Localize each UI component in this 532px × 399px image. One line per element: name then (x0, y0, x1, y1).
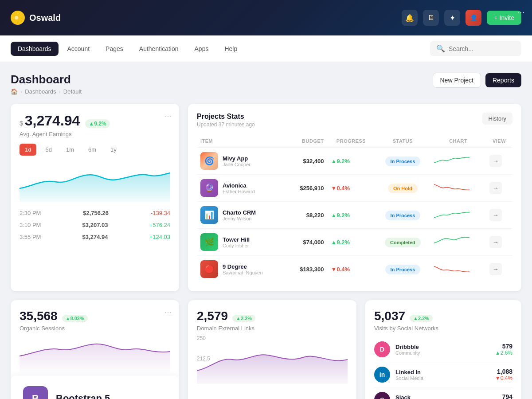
earnings-amount: 3,274.94 (25, 113, 80, 129)
earnings-chart (20, 162, 170, 202)
project-thumb-avionica: 🔮 (200, 179, 218, 197)
time-filters: 1d 5d 1m 6m 1y (20, 144, 170, 156)
page-title: Dashboard (11, 73, 82, 86)
status-badge: Completed (385, 238, 421, 247)
status-badge: In Process (385, 265, 421, 274)
project-item-avionica: 🔮 Avionica Esther Howard (200, 179, 283, 197)
project-item-charto: 📊 Charto CRM Jenny Wilson (200, 206, 283, 224)
nav-item-pages[interactable]: Pages (98, 42, 130, 56)
project-item-mivy: 🌀 Mivy App Jane Cooper (200, 152, 283, 170)
project-thumb-9degree: 🔴 (200, 260, 218, 278)
nav-item-authentication[interactable]: Authentication (132, 42, 186, 56)
logo-text: Oswald (29, 13, 61, 23)
domain-chart (197, 340, 348, 375)
organic-sessions-card: ⋯ 35,568 ▲8.02% Organic Sessions (11, 300, 179, 399)
home-icon: 🏠 (11, 88, 18, 95)
logo-icon (11, 11, 25, 25)
projects-title: Projects Stats (197, 113, 255, 121)
social-label: Visits by Social Networks (374, 325, 512, 332)
view-btn-tower[interactable]: → (489, 236, 502, 248)
data-row-3: 3:55 PM $3,274.94 +124.03 (20, 231, 170, 243)
history-button[interactable]: History (482, 113, 512, 125)
social-items: D Dribbble Community 579 ▲2.6% in (374, 337, 512, 399)
sparkline-charto (434, 208, 469, 221)
bootstrap-overlay: B Bootstrap 5 (11, 376, 179, 399)
status-badge: In Process (385, 211, 421, 220)
data-row-1: 2:30 PM $2,756.26 -139.34 (20, 207, 170, 219)
nav-item-account[interactable]: Account (60, 42, 97, 56)
linkedin-icon: in (374, 367, 390, 383)
earnings-badge: ▲9.2% (85, 119, 110, 128)
bootstrap-icon: B (23, 386, 48, 399)
nav-item-apps[interactable]: Apps (188, 42, 216, 56)
cards-row-1: ⋯ $ 3,274.94 ▲9.2% Avg. Agent Earnings 1… (11, 104, 521, 291)
search-bar: 🔍 (430, 41, 521, 56)
project-thumb-charto: 📊 (200, 206, 218, 224)
breadcrumb: 🏠 › Dashboards › Default (11, 88, 82, 95)
col-item: ITEM (197, 135, 287, 148)
time-btn-6m[interactable]: 6m (83, 144, 102, 156)
search-input[interactable] (449, 45, 515, 52)
project-item-tower: 🌿 Tower Hill Cody Fisher (200, 233, 283, 251)
domain-number: 2,579 (197, 309, 228, 323)
organic-badge: ▲8.02% (62, 315, 88, 322)
view-btn-charto[interactable]: → (489, 209, 502, 221)
dribbble-icon: D (374, 341, 390, 357)
search-icon: 🔍 (436, 44, 445, 53)
social-badge: ▲2.2% (410, 315, 433, 322)
view-btn-mivy[interactable]: → (489, 155, 502, 167)
table-row: 📊 Charto CRM Jenny Wilson $8,220 ▲9.2% I… (197, 202, 512, 229)
project-thumb-tower: 🌿 (200, 233, 218, 251)
sparkline-9degree (434, 262, 469, 275)
view-btn-9degree[interactable]: → (489, 263, 502, 275)
page-title-area: Dashboard 🏠 › Dashboards › Default (11, 73, 82, 95)
data-row-2: 3:10 PM $3,207.03 +576.24 (20, 219, 170, 231)
header-actions: 🔔 🖥 ✦ 👤 + Invite (402, 10, 521, 26)
social-networks-card: ⋯ 5,037 ▲2.2% Visits by Social Networks … (365, 300, 521, 399)
sparkline-mivy (434, 154, 469, 167)
organic-label: Organic Sessions (20, 325, 170, 332)
bottom-row: ⋯ 35,568 ▲8.02% Organic Sessions (11, 300, 521, 399)
col-budget: BUDGET (287, 135, 327, 148)
time-btn-1d[interactable]: 1d (20, 144, 36, 156)
nav-item-help[interactable]: Help (217, 42, 244, 56)
sparkline-tower (434, 235, 469, 248)
organic-card-menu[interactable]: ⋯ (164, 307, 172, 317)
time-btn-1y[interactable]: 1y (105, 144, 122, 156)
social-item-slack: S Slack Community 794 ▲0.2% (374, 387, 512, 399)
domain-label: Domain External Links (197, 325, 348, 332)
view-btn-avionica[interactable]: → (489, 182, 502, 194)
table-row: 🔮 Avionica Esther Howard $256,910 ▼0.4% … (197, 175, 512, 202)
notifications-icon[interactable]: 🔔 (402, 10, 418, 26)
earnings-card: ⋯ $ 3,274.94 ▲9.2% Avg. Agent Earnings 1… (11, 104, 179, 291)
time-btn-1m[interactable]: 1m (61, 144, 79, 156)
new-project-button[interactable]: New Project (433, 73, 481, 88)
logo-area: Oswald (11, 11, 402, 25)
reports-button[interactable]: Reports (485, 73, 521, 87)
projects-updated: Updated 37 minutes ago (197, 121, 255, 128)
page-header-actions: New Project Reports (433, 73, 522, 88)
sparkline-avionica (434, 181, 469, 194)
top-header: Oswald 🔔 🖥 ✦ 👤 + Invite (0, 0, 532, 35)
table-row: 🌀 Mivy App Jane Cooper $32,400 ▲9.2% In … (197, 148, 512, 175)
social-number: 5,037 (374, 309, 405, 323)
card-menu-icon[interactable]: ⋯ (164, 111, 172, 121)
projects-table: ITEM BUDGET PROGRESS STATUS CHART VIEW 🌀 (197, 135, 512, 282)
bootstrap-title: Bootstrap 5 (56, 393, 110, 399)
project-item-9degree: 🔴 9 Degree Savannah Nguyen (200, 260, 283, 278)
earnings-label: Avg. Agent Earnings (20, 131, 170, 137)
domain-links-card: ⋯ 2,579 ▲2.2% Domain External Links 250 … (188, 300, 356, 399)
svg-point-1 (15, 16, 18, 20)
avatar[interactable]: 👤 (466, 10, 481, 26)
table-row: 🔴 9 Degree Savannah Nguyen $183,300 ▼0.4… (197, 256, 512, 283)
status-badge: On Hold (388, 184, 418, 193)
invite-button[interactable]: + Invite (487, 11, 521, 25)
main-content: Dashboard 🏠 › Dashboards › Default New P… (0, 62, 532, 399)
time-btn-5d[interactable]: 5d (40, 144, 57, 156)
organic-number: 35,568 (20, 309, 58, 323)
social-item-dribbble: D Dribbble Community 579 ▲2.6% (374, 337, 512, 362)
share-icon[interactable]: ✦ (444, 10, 460, 26)
nav-item-dashboards[interactable]: Dashboards (11, 42, 59, 56)
social-item-linkedin: in Linked In Social Media 1,088 ▼0.4% (374, 362, 512, 387)
monitor-icon[interactable]: 🖥 (423, 10, 439, 26)
